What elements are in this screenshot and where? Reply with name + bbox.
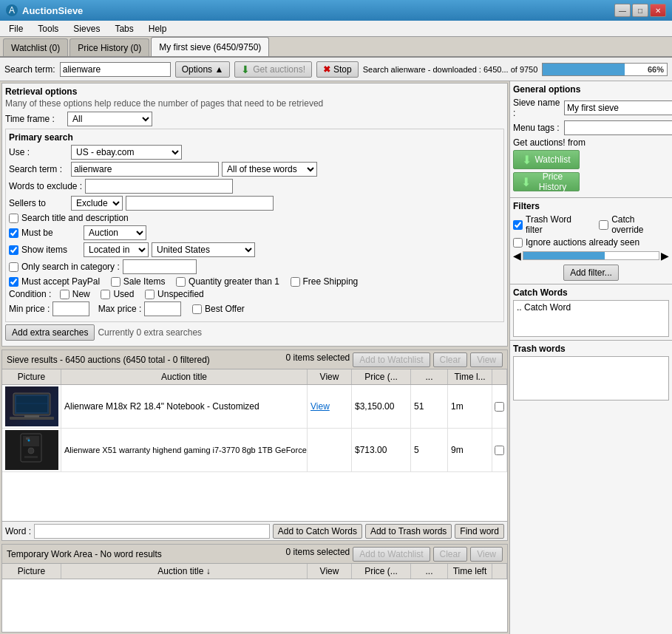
show-items-select[interactable]: Located in Available to xyxy=(84,242,149,257)
add-extra-searches-button[interactable]: Add extra searches xyxy=(5,324,95,341)
temp-add-watchlist-button[interactable]: Add to Watchlist xyxy=(353,547,430,562)
free-shipping-checkbox[interactable] xyxy=(291,277,300,287)
price-row: Min price : Max price : Best Offer xyxy=(9,301,500,316)
show-items-checkbox[interactable] xyxy=(9,245,18,255)
category-checkbox[interactable] xyxy=(9,262,18,272)
sellers-input[interactable] xyxy=(126,196,274,211)
row2-time: 9m xyxy=(448,429,492,471)
row2-checkbox-cell xyxy=(492,429,507,471)
category-input[interactable] xyxy=(123,259,197,274)
used-checkbox[interactable] xyxy=(101,290,110,299)
close-button[interactable]: ✕ xyxy=(650,4,666,17)
options-button[interactable]: Options ▲ xyxy=(175,61,231,78)
unspecified-checkbox[interactable] xyxy=(145,290,155,299)
get-auctions-from-label: Get auctions! from xyxy=(513,137,669,148)
search-title-row: Search title and description xyxy=(9,213,500,223)
results-actions: 0 items selected Add to Watchlist Clear … xyxy=(286,352,503,367)
search-term-field[interactable] xyxy=(71,162,219,177)
stop-button[interactable]: ✖ Stop xyxy=(316,61,359,78)
use-select[interactable]: US - ebay.com UK - ebay.co.uk xyxy=(71,145,182,160)
row1-view[interactable]: View xyxy=(308,385,352,428)
filters-title: Filters xyxy=(513,201,669,211)
catch-override-checkbox[interactable] xyxy=(599,220,608,230)
get-auctions-button[interactable]: ⬇ Get auctions! xyxy=(234,61,312,78)
col-check xyxy=(492,369,507,384)
search-title-checkbox[interactable] xyxy=(9,214,18,223)
get-auctions-icon: ⬇ xyxy=(241,64,250,75)
max-price-input[interactable] xyxy=(144,301,181,316)
search-type-select[interactable]: All of these words Any of these words Ex… xyxy=(222,162,317,177)
search-term-input[interactable] xyxy=(60,62,171,77)
best-offer-checkbox[interactable] xyxy=(192,304,202,314)
add-trash-words-button[interactable]: Add to Trash words xyxy=(365,524,452,539)
sellers-select[interactable]: Exclude Include xyxy=(71,196,123,211)
row1-checkbox[interactable] xyxy=(495,402,504,412)
condition-label: Condition : xyxy=(9,289,51,299)
menu-file[interactable]: File xyxy=(3,22,29,35)
scroll-left-button[interactable]: ◀ xyxy=(513,250,521,262)
filter-scroll-area: ◀ ▶ xyxy=(513,250,669,262)
paypal-checkbox[interactable] xyxy=(9,277,18,287)
tab-watchlist[interactable]: Watchlist (0) xyxy=(3,38,68,56)
min-price-label: Min price : xyxy=(9,304,50,314)
show-items-label: Show items xyxy=(21,245,81,255)
word-input[interactable] xyxy=(34,524,270,539)
menu-tools[interactable]: Tools xyxy=(32,22,64,35)
sellers-label: Sellers to xyxy=(9,198,68,208)
menu-bar: File Tools Sieves Tabs Help xyxy=(0,21,672,37)
trash-words-title: Trash words xyxy=(513,344,669,354)
row2-checkbox[interactable] xyxy=(495,446,504,455)
filter-scrollbar[interactable] xyxy=(523,251,659,260)
extra-searches-row: Add extra searches Currently 0 extra sea… xyxy=(5,324,504,341)
must-be-checkbox[interactable] xyxy=(9,228,18,238)
menu-tabs[interactable]: Tabs xyxy=(109,22,139,35)
unspecified-label: Unspecified xyxy=(157,289,204,299)
view-button[interactable]: View xyxy=(470,352,503,367)
add-catch-words-button[interactable]: Add to Catch Words xyxy=(273,524,362,539)
ignore-seen-checkbox[interactable] xyxy=(513,238,523,248)
catch-override-label: Catch override xyxy=(611,214,669,235)
trash-word-checkbox[interactable] xyxy=(513,220,523,230)
clear-button[interactable]: Clear xyxy=(433,352,468,367)
col-picture: Picture xyxy=(2,369,61,384)
watchlist-icon: ⬇ xyxy=(522,153,532,167)
new-label: New xyxy=(72,289,90,299)
timeframe-label: Time frame : xyxy=(5,114,64,124)
add-filter-button[interactable]: Add filter... xyxy=(563,265,619,281)
sale-items-checkbox[interactable] xyxy=(111,277,121,287)
timeframe-select[interactable]: All Ending today Ending in 2 days xyxy=(67,112,152,126)
temp-view-button[interactable]: View xyxy=(470,547,503,562)
min-price-input[interactable] xyxy=(52,301,89,316)
row2-count: 5 xyxy=(411,429,448,471)
new-checkbox[interactable] xyxy=(60,290,69,299)
sieve-name-input[interactable] xyxy=(564,100,672,115)
quantity-checkbox[interactable] xyxy=(176,277,186,287)
col-dots: ... xyxy=(411,369,448,384)
exclude-row: Words to exclude : xyxy=(9,179,500,194)
scroll-right-button[interactable]: ▶ xyxy=(661,250,669,262)
tab-my-first-sieve[interactable]: My first sieve (6450/9750) xyxy=(151,37,269,56)
menu-tags-input[interactable] xyxy=(564,120,672,135)
tab-price-history[interactable]: Price History (0) xyxy=(69,38,149,56)
minimize-button[interactable]: — xyxy=(614,4,631,17)
maximize-button[interactable]: □ xyxy=(632,4,648,17)
results-section: Sieve results - 6450 auctions (6450 tota… xyxy=(1,350,508,541)
price-history-button[interactable]: ⬇ Price History xyxy=(513,172,580,191)
table-row: Alienware M18x R2 18.4" Notebook - Custo… xyxy=(2,385,507,429)
must-be-label: Must be xyxy=(21,228,81,238)
temp-col-price: Price (... xyxy=(352,564,411,579)
row1-view-link[interactable]: View xyxy=(310,401,330,412)
must-be-select[interactable]: Auction Buy It Now All listings xyxy=(84,225,146,240)
menu-help[interactable]: Help xyxy=(143,22,173,35)
find-word-button[interactable]: Find word xyxy=(455,524,504,539)
right-panel: General options Sieve name : Menu tags :… xyxy=(509,81,672,634)
watchlist-button[interactable]: ⬇ Watchlist xyxy=(513,150,580,169)
used-label: Used xyxy=(113,289,134,299)
temp-clear-button[interactable]: Clear xyxy=(433,547,468,562)
location-select[interactable]: United States Worldwide Canada xyxy=(152,242,255,257)
exclude-input[interactable] xyxy=(85,179,233,194)
menu-sieves[interactable]: Sieves xyxy=(67,22,106,35)
app-title: AuctionSieve xyxy=(22,5,83,16)
add-to-watchlist-button[interactable]: Add to Watchlist xyxy=(353,352,430,367)
quantity-label: Quantity greater than 1 xyxy=(189,276,279,287)
